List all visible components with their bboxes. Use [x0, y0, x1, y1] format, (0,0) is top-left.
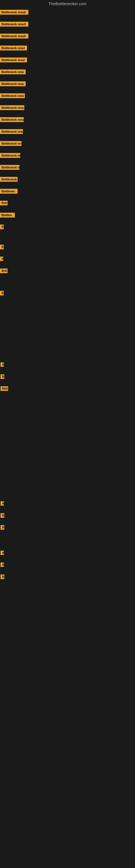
list-item: B [0, 499, 135, 511]
list-item: Bott [0, 198, 135, 211]
bottleneck-badge: Bottleneck res [0, 141, 21, 146]
list-item: Bottlen [0, 211, 135, 222]
list-item: Bo [0, 572, 135, 584]
bottleneck-badge: Bottleneck resu [0, 69, 26, 74]
list-item: Bott [0, 267, 135, 278]
spacer-5 [0, 535, 135, 546]
bottleneck-badge: B [1, 551, 4, 555]
bottleneck-badge: Bott [0, 269, 8, 273]
list-item: Bo [0, 523, 135, 535]
bottleneck-badge: Bo [0, 245, 4, 249]
list-item: Bottlenec [0, 187, 135, 198]
list-item: Bottleneck resu [0, 115, 135, 127]
bottleneck-badge: Bottleneck re [0, 177, 17, 182]
list-item: B [0, 560, 135, 572]
bottleneck-badge: Bo [0, 291, 4, 296]
list-item: Bo [0, 243, 135, 254]
bottleneck-badge: Bo [1, 575, 4, 579]
list-item: Bottleneck result [0, 31, 135, 43]
list-item: B [0, 360, 135, 372]
list-item: Bottleneck resul [0, 43, 135, 55]
bottleneck-badge: Bottleneck resu [0, 117, 24, 122]
bottleneck-badge: Bott [0, 201, 8, 205]
bottleneck-badge: Bo [1, 513, 4, 518]
bottleneck-badge: B [1, 362, 4, 367]
list-item: Bottleneck resu [0, 67, 135, 79]
list-item: Bo [0, 372, 135, 384]
list-item: Bo [0, 222, 135, 235]
list-item: Bottleneck res [0, 139, 135, 151]
list-item: Bott [0, 384, 135, 396]
list-item: B [0, 549, 135, 560]
bottom-section: B B Bo [0, 549, 135, 584]
bottleneck-badge: Bo [1, 525, 4, 530]
list-item: Bottleneck result [0, 20, 135, 31]
bottleneck-badge: Bottleneck result [0, 10, 28, 14]
spacer [0, 235, 135, 243]
list-item: Bottleneck re [0, 175, 135, 187]
bottleneck-badge: B [0, 257, 3, 261]
bottleneck-badge: Bottleneck resu [0, 105, 24, 110]
spacer-4 [0, 396, 135, 499]
bottleneck-badge: Bottleneck resu [0, 129, 23, 134]
bottleneck-badge: Bottleneck resu [0, 82, 26, 86]
bottleneck-badge: Bottlenec [0, 189, 17, 194]
bottleneck-badge: Bottleneck resul [0, 58, 27, 62]
bottleneck-badge: Bottleneck re [0, 165, 19, 170]
bottleneck-badge: Bo [1, 374, 4, 379]
list-item: Bottleneck resu [0, 103, 135, 115]
list-item: Bottleneck re [0, 151, 135, 163]
bottleneck-badge: Bottleneck resu [0, 93, 25, 98]
bottleneck-badge: B [1, 501, 4, 506]
list-item: Bottleneck resul [0, 55, 135, 67]
list-item: B [0, 254, 135, 267]
bottleneck-badge: Bott [1, 386, 8, 391]
site-title: TheBottlenecker.com [0, 0, 135, 8]
bottleneck-badge: Bottleneck result [0, 22, 28, 27]
bottleneck-badge: Bottleneck result [0, 34, 28, 38]
bottleneck-badge: Bottlen [0, 213, 15, 218]
bottleneck-badge: Bo [0, 225, 4, 229]
list-item: Bottleneck re [0, 163, 135, 175]
spacer-3 [0, 301, 135, 355]
spacer-2 [0, 278, 135, 289]
bottleneck-badge: Bottleneck re [0, 153, 20, 158]
list-item: Bottleneck resu [0, 127, 135, 139]
list-item: Bottleneck resu [0, 79, 135, 91]
list-item: Bottleneck result [0, 8, 135, 20]
bottleneck-badge: Bottleneck resul [0, 45, 27, 51]
list-item: Bottleneck resu [0, 91, 135, 103]
list-item: Bo [0, 289, 135, 301]
list-item: Bo [0, 511, 135, 523]
lower-section: B Bo Bott B Bo Bo B [0, 360, 135, 584]
content-area: Bottleneck result Bottleneck result Bott… [0, 8, 135, 584]
bottleneck-badge: B [1, 563, 4, 567]
